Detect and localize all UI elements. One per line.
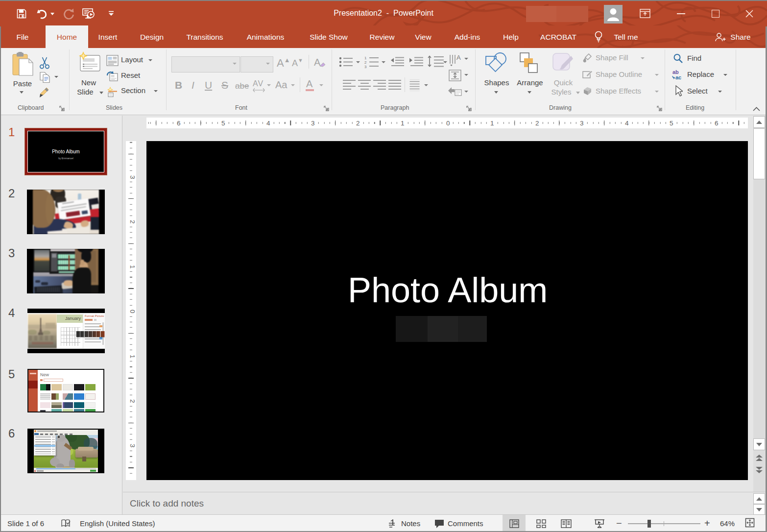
- svg-text:ac: ac: [675, 74, 681, 80]
- svg-text:3: 3: [364, 65, 367, 69]
- svg-text:A: A: [456, 54, 461, 61]
- svg-text:1: 1: [364, 56, 367, 60]
